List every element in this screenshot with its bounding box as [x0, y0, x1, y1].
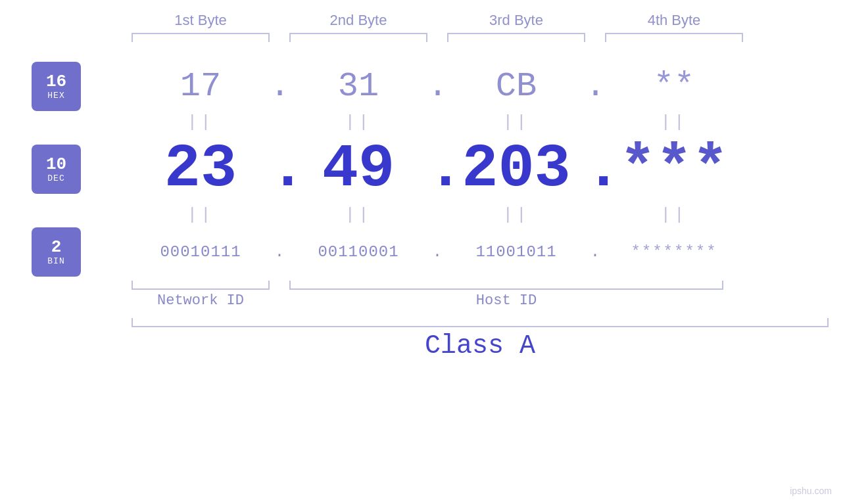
eq-sign-1: || — [132, 112, 270, 132]
net-bracket — [132, 281, 270, 290]
bracket-3 — [447, 33, 585, 42]
byte-label-4: 4th Byte — [605, 12, 743, 29]
bracket-1 — [132, 33, 270, 42]
top-brackets-row — [132, 33, 845, 42]
hex-val-4: ** — [605, 67, 743, 106]
eq-sign-4: || — [605, 112, 743, 132]
bin-dot-2: . — [427, 243, 447, 261]
dec-badge-name: DEC — [47, 173, 64, 183]
bracket-4 — [605, 33, 743, 42]
bin-badge-name: BIN — [47, 256, 64, 266]
eq2-sign-4: || — [605, 205, 743, 225]
bin-dot-3: . — [585, 243, 605, 261]
eq2-sign-3: || — [447, 205, 585, 225]
hex-val-1: 17 — [132, 67, 270, 106]
bin-row: 2 BIN 00010111 . 00110001 . 11001011 . *… — [0, 227, 845, 277]
hex-row: 16 HEX 17 . 31 . CB . ** — [0, 62, 845, 111]
bin-val-1: 00010111 — [132, 243, 270, 261]
hex-dot-2: . — [427, 67, 447, 106]
hex-badge-name: HEX — [47, 91, 64, 101]
bin-badge: 2 BIN — [32, 227, 81, 277]
hex-dot-1: . — [270, 67, 289, 106]
host-bracket — [289, 281, 723, 290]
byte-label-2: 2nd Byte — [289, 12, 427, 29]
hex-val-3: CB — [447, 67, 585, 106]
equals-row-1: || || || || — [132, 112, 845, 132]
outer-bracket — [132, 318, 829, 327]
byte-label-3: 3rd Byte — [447, 12, 585, 29]
dec-val-1: 23 — [132, 139, 270, 200]
main-layout: 1st Byte 2nd Byte 3rd Byte 4th Byte 16 H… — [0, 0, 845, 504]
eq-sign-2: || — [289, 112, 427, 132]
dec-badge-num: 10 — [46, 155, 66, 174]
watermark: ipshu.com — [790, 486, 832, 496]
hex-val-2: 31 — [289, 67, 427, 106]
bin-dot-1: . — [270, 243, 289, 261]
dec-dot-1: . — [270, 135, 289, 204]
byte-labels-row: 1st Byte 2nd Byte 3rd Byte 4th Byte — [132, 12, 845, 29]
dec-dot-2: . — [427, 135, 447, 204]
bin-badge-num: 2 — [51, 238, 62, 257]
equals-row-2: || || || || — [132, 205, 845, 225]
class-label: Class A — [132, 331, 829, 361]
dec-val-2: 49 — [289, 139, 427, 200]
hex-badge: 16 HEX — [32, 62, 81, 111]
bin-val-2: 00110001 — [289, 243, 427, 261]
outer-bracket-row — [132, 318, 845, 327]
dec-dot-3: . — [585, 135, 605, 204]
network-id-label: Network ID — [132, 292, 270, 309]
hex-dot-3: . — [585, 67, 605, 106]
eq-sign-3: || — [447, 112, 585, 132]
eq2-sign-1: || — [132, 205, 270, 225]
id-labels-row: Network ID Host ID — [132, 292, 845, 309]
dec-val-3: 203 — [447, 139, 585, 200]
hex-badge-num: 16 — [46, 72, 66, 91]
host-id-label: Host ID — [289, 292, 723, 309]
byte-label-1: 1st Byte — [132, 12, 270, 29]
eq2-sign-2: || — [289, 205, 427, 225]
bin-val-3: 11001011 — [447, 243, 585, 261]
dec-badge: 10 DEC — [32, 145, 81, 194]
bracket-2 — [289, 33, 427, 42]
dec-row: 10 DEC 23 . 49 . 203 . *** — [0, 135, 845, 204]
bin-val-4: ******** — [605, 243, 743, 261]
bottom-bracket-row — [132, 281, 845, 290]
dec-val-4: *** — [605, 139, 743, 200]
